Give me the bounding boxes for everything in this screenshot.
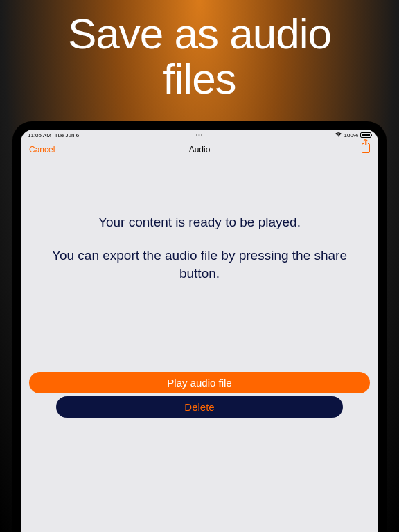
- delete-button[interactable]: Delete: [56, 396, 342, 418]
- multitask-dots-icon: •••: [196, 132, 203, 137]
- share-button[interactable]: [362, 143, 370, 155]
- button-area: Play audio file Delete: [29, 372, 370, 420]
- share-icon: [362, 143, 370, 153]
- wifi-icon: [335, 132, 342, 139]
- status-time: 11:05 AM: [28, 132, 51, 139]
- nav-bar: Cancel Audio: [21, 139, 378, 159]
- app-screen: 11:05 AM Tue Jun 6 ••• 100% Cancel Audio: [21, 130, 378, 532]
- status-bar: 11:05 AM Tue Jun 6 ••• 100%: [21, 130, 378, 139]
- cancel-button[interactable]: Cancel: [29, 145, 55, 154]
- promo-heading-line2: files: [163, 55, 236, 103]
- status-right: 100%: [335, 132, 371, 139]
- promo-heading: Save as audio files: [0, 0, 399, 101]
- export-hint: You can export the audio file by pressin…: [42, 247, 357, 282]
- promo-heading-line1: Save as audio: [68, 10, 331, 57]
- device-frame: 11:05 AM Tue Jun 6 ••• 100% Cancel Audio: [12, 121, 387, 532]
- battery-percent: 100%: [344, 132, 358, 139]
- battery-icon: [360, 132, 371, 138]
- status-left: 11:05 AM Tue Jun 6: [28, 132, 79, 139]
- content-area: Your content is ready to be played. You …: [21, 159, 378, 282]
- status-date: Tue Jun 6: [55, 132, 79, 139]
- play-button[interactable]: Play audio file: [29, 372, 370, 393]
- page-title: Audio: [189, 145, 211, 154]
- ready-message: Your content is ready to be played.: [42, 215, 357, 230]
